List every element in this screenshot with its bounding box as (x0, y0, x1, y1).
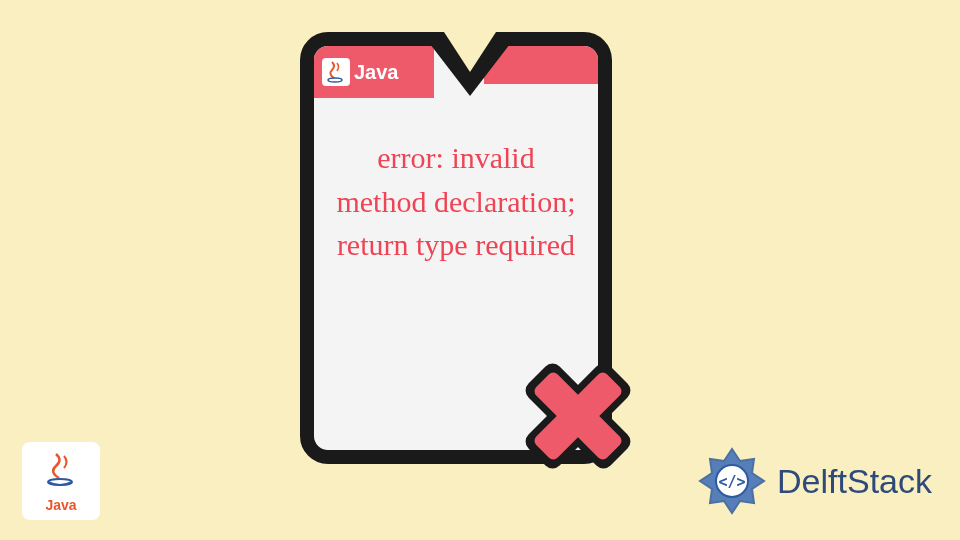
error-document-card: Java error: invalid method declaration; … (300, 32, 612, 464)
java-tag: Java (314, 46, 434, 98)
java-cup-icon (322, 58, 350, 86)
java-logo-label: Java (45, 497, 76, 513)
java-cup-icon (41, 450, 81, 495)
document-outline: Java error: invalid method declaration; … (300, 32, 612, 464)
close-x-icon (508, 346, 648, 486)
java-logo-badge: Java (22, 442, 100, 520)
tear-notch-fill (444, 32, 496, 72)
svg-point-0 (328, 78, 342, 82)
error-message-text: error: invalid method declaration; retur… (334, 136, 578, 267)
delftstack-emblem-icon: </> (695, 444, 769, 518)
delftstack-brand: </> DelftStack (695, 444, 932, 518)
delftstack-name: DelftStack (777, 462, 932, 501)
svg-text:</>: </> (719, 473, 746, 491)
java-tag-label: Java (354, 61, 399, 84)
